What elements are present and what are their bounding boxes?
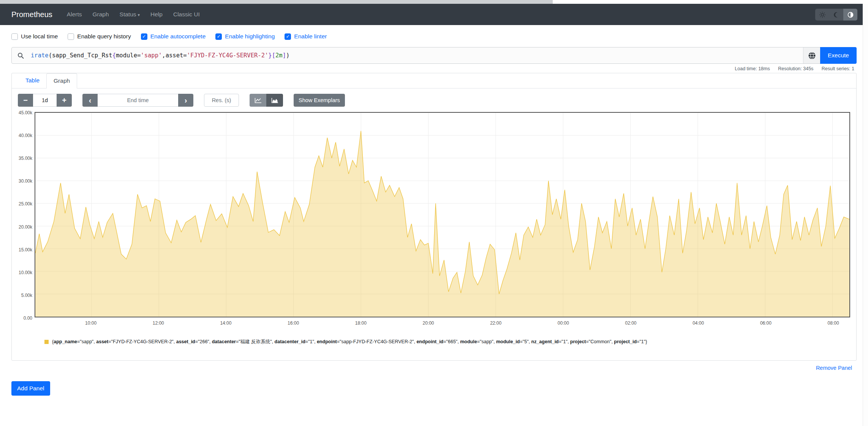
x-tick-label: 14:00 (220, 320, 231, 326)
y-tick-label: 30.00k (19, 178, 32, 184)
nav-item-alerts[interactable]: Alerts (62, 8, 87, 21)
nav-item-status[interactable]: Status▾ (114, 8, 145, 21)
expression-token: , (162, 52, 165, 59)
option-label: Use local time (21, 33, 58, 40)
option-label: Enable linter (294, 33, 327, 40)
moon-icon (833, 12, 840, 18)
y-tick-label: 35.00k (19, 156, 32, 161)
x-tick-label: 12:00 (153, 320, 164, 326)
y-tick-label: 40.00k (19, 133, 32, 138)
option-enable-query-history[interactable]: Enable query history (68, 33, 131, 40)
expression-token: 2m (275, 52, 283, 59)
line-chart-icon (255, 98, 262, 103)
expression-token: sapp_Send_Tcp_Rst (52, 52, 112, 59)
expression-token: irate (31, 52, 49, 59)
load-time-stat: Load time: 18ms (735, 66, 770, 71)
theme-toggle-group (815, 9, 857, 21)
x-tick-label: 16:00 (288, 320, 299, 326)
nav-item-graph[interactable]: Graph (87, 8, 114, 21)
legend: {app_name="sapp", asset="FJYD-FZ-YC4G-SE… (35, 339, 850, 345)
y-axis: 0.005.00k10.00k15.00k20.00k25.00k30.00k3… (18, 112, 35, 317)
resolution-input[interactable] (204, 94, 239, 107)
nav-item-classic-ui[interactable]: Classic UI (168, 8, 205, 21)
minus-icon: − (23, 96, 28, 104)
sun-icon (819, 11, 826, 18)
scrollbar-track[interactable] (863, 4, 868, 426)
navbar: Prometheus AlertsGraphStatus▾HelpClassic… (0, 4, 868, 25)
legend-series-label[interactable]: {app_name="sapp", asset="FJYD-FZ-YC4G-SE… (52, 339, 647, 345)
option-use-local-time[interactable]: Use local time (11, 33, 58, 40)
search-icon (12, 47, 29, 63)
option-enable-linter[interactable]: ✓Enable linter (285, 33, 327, 40)
time-forward-button[interactable]: › (178, 94, 193, 107)
expression-token: ] (283, 52, 286, 59)
checkbox-enable-query-history[interactable] (68, 33, 74, 40)
x-tick-label: 00:00 (558, 320, 569, 326)
expression-input-group: irate(sapp_Send_Tcp_Rst{module='sapp',as… (11, 47, 857, 64)
x-tick-label: 20:00 (422, 320, 434, 326)
x-tick-label: 06:00 (760, 320, 772, 326)
execute-button[interactable]: Execute (820, 47, 857, 64)
result-series-stat: Result series: 1 (822, 66, 854, 71)
show-exemplars-button[interactable]: Show Exemplars (294, 94, 345, 107)
line-chart-toggle[interactable] (250, 94, 266, 107)
y-tick-label: 25.00k (19, 201, 32, 207)
chart-type-toggle (250, 94, 283, 107)
resolution-stat: Resolution: 345s (778, 66, 813, 71)
chevron-right-icon: › (185, 96, 187, 104)
expression-token: 'FJYD-FZ-YC4G-SERVER-2' (187, 52, 269, 59)
checkbox-enable-autocomplete[interactable]: ✓ (141, 33, 147, 40)
x-tick-label: 08:00 (828, 320, 839, 326)
range-decrease-button[interactable]: − (18, 94, 33, 107)
range-input[interactable] (33, 94, 57, 107)
expression-token: 'sapp' (141, 52, 162, 59)
expression-token: ) (286, 52, 289, 59)
expression-token: = (183, 52, 187, 59)
y-tick-label: 10.00k (19, 270, 32, 275)
time-back-button[interactable]: ‹ (82, 94, 98, 107)
plot-area[interactable] (35, 112, 850, 317)
theme-light-button[interactable] (815, 9, 829, 21)
tab-graph[interactable]: Graph (46, 73, 77, 88)
half-circle-icon (847, 11, 854, 18)
y-tick-label: 0.00 (24, 316, 32, 321)
expression-token: } (268, 52, 272, 59)
metrics-explorer-button[interactable] (803, 47, 821, 63)
stacked-chart-toggle[interactable] (266, 94, 283, 107)
end-time-control: ‹ › (82, 94, 193, 107)
option-enable-highlighting[interactable]: ✓Enable highlighting (215, 33, 275, 40)
remove-panel-link[interactable]: Remove Panel (816, 365, 852, 371)
end-time-input[interactable] (98, 94, 178, 107)
range-control: − + (18, 94, 72, 107)
graph-controls: − + ‹ › (18, 94, 850, 107)
y-tick-label: 15.00k (19, 247, 32, 252)
y-tick-label: 20.00k (19, 224, 32, 230)
chevron-left-icon: ‹ (89, 96, 92, 104)
query-bar: irate(sapp_Send_Tcp_Rst{module='sapp',as… (11, 47, 857, 64)
plus-icon: + (62, 96, 66, 104)
add-panel-button[interactable]: Add Panel (11, 381, 50, 396)
theme-auto-button[interactable] (843, 9, 857, 21)
expression-input[interactable]: irate(sapp_Send_Tcp_Rst{module='sapp',as… (29, 47, 803, 63)
expression-token: { (112, 52, 116, 59)
checkbox-enable-highlighting[interactable]: ✓ (215, 33, 222, 40)
checkbox-use-local-time[interactable] (11, 33, 18, 40)
y-tick-label: 5.00k (21, 293, 32, 298)
x-tick-label: 22:00 (490, 320, 501, 326)
query-stats: Load time: 18ms Resolution: 345s Result … (0, 64, 868, 72)
y-tick-label: 45.00k (19, 110, 32, 115)
expression-token: ( (49, 52, 52, 59)
panel-footer: Remove Panel (0, 361, 868, 371)
option-enable-autocomplete[interactable]: ✓Enable autocomplete (141, 33, 206, 40)
nav-item-help[interactable]: Help (145, 8, 168, 21)
range-increase-button[interactable]: + (57, 94, 72, 107)
browser-edge-artifact (0, 0, 868, 4)
theme-dark-button[interactable] (829, 9, 843, 21)
tab-table[interactable]: Table (19, 73, 46, 88)
caret-down-icon: ▾ (138, 13, 140, 17)
area-chart-icon (271, 98, 278, 103)
app-brand[interactable]: Prometheus (11, 10, 52, 19)
graph-tab-content: − + ‹ › (12, 88, 856, 360)
expression-token: [ (272, 52, 275, 59)
checkbox-enable-linter[interactable]: ✓ (285, 33, 291, 40)
